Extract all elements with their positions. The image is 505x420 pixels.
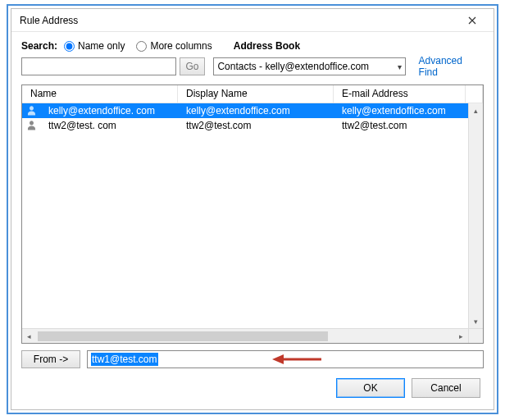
radio-name-only[interactable]: Name only [64, 40, 125, 52]
horizontal-scroll-track[interactable] [36, 329, 454, 343]
vertical-scrollbar[interactable]: ▴ ▾ [468, 103, 483, 328]
cell-display: ttw2@test.com [178, 120, 334, 131]
chevron-down-icon: ▾ [394, 62, 402, 71]
cell-name: ttw2@test. com [40, 120, 178, 131]
cell-email: ttw2@test.com [334, 120, 468, 131]
person-icon [22, 106, 40, 116]
address-book-selected: Contacts - kelly@extendoffice.com [217, 61, 369, 72]
contact-list: Name Display Name E-mail Address kelly@e… [21, 84, 484, 344]
radio-more-columns-label: More columns [150, 40, 212, 52]
advanced-find-link[interactable]: Advanced Find [409, 55, 484, 78]
scroll-left-icon[interactable]: ◂ [22, 329, 36, 343]
person-icon [22, 121, 40, 130]
table-row[interactable]: ttw2@test. comttw2@test.comttw2@test.com [22, 118, 468, 133]
window-title: Rule Address [20, 15, 456, 26]
table-row[interactable]: kelly@extendoffice. comkelly@extendoffic… [22, 103, 468, 118]
cell-name: kelly@extendoffice. com [40, 105, 178, 116]
column-header-name[interactable]: Name [22, 85, 178, 103]
search-input[interactable] [21, 57, 176, 75]
svg-marker-1 [272, 354, 284, 364]
radio-name-only-input[interactable] [64, 41, 75, 52]
scroll-down-icon[interactable]: ▾ [469, 314, 483, 328]
horizontal-scroll-thumb[interactable] [38, 331, 328, 341]
ok-button[interactable]: OK [336, 378, 405, 398]
from-button[interactable]: From -> [21, 350, 80, 368]
horizontal-scrollbar[interactable]: ◂ ▸ [22, 328, 468, 343]
from-input[interactable]: ttw1@test.com [87, 350, 484, 368]
arrow-annotation [272, 353, 321, 366]
column-header-email[interactable]: E-mail Address [334, 85, 466, 103]
close-button[interactable] [456, 11, 489, 30]
vertical-scroll-track[interactable] [469, 117, 483, 314]
cell-display: kelly@extendoffice.com [178, 105, 334, 116]
from-value: ttw1@test.com [91, 353, 158, 366]
title-bar: Rule Address [11, 9, 494, 32]
address-book-label: Address Book [234, 40, 300, 52]
radio-name-only-label: Name only [78, 40, 125, 52]
cancel-button[interactable]: Cancel [412, 378, 480, 398]
cell-email: kelly@extendoffice.com [334, 105, 468, 116]
radio-more-columns[interactable]: More columns [136, 40, 212, 52]
go-button[interactable]: Go [180, 57, 206, 75]
radio-more-columns-input[interactable] [136, 41, 147, 52]
address-book-select[interactable]: Contacts - kelly@extendoffice.com ▾ [213, 57, 405, 75]
search-label: Search: [21, 40, 57, 52]
close-icon [468, 16, 476, 25]
list-header: Name Display Name E-mail Address [22, 85, 483, 103]
scroll-up-icon[interactable]: ▴ [469, 103, 483, 117]
scroll-right-icon[interactable]: ▸ [454, 329, 468, 343]
column-header-display[interactable]: Display Name [178, 85, 334, 103]
